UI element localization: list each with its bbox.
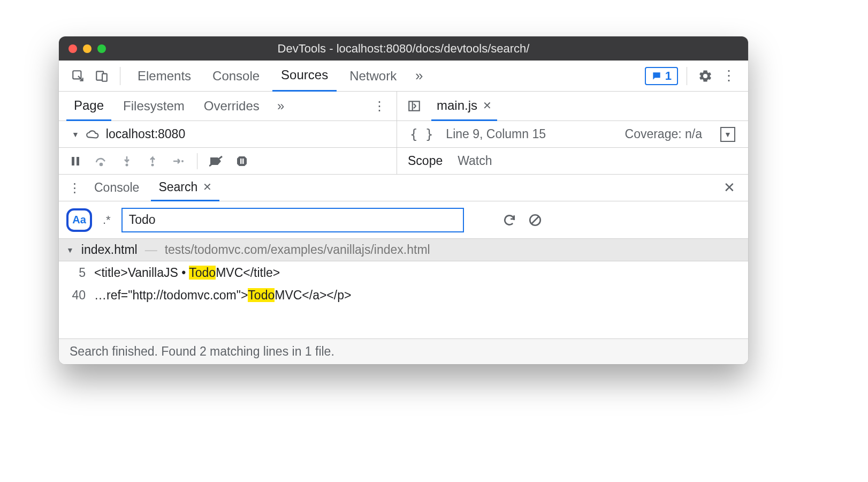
step-into-icon[interactable] — [120, 154, 134, 168]
subtab-filesystem[interactable]: Filesystem — [116, 92, 192, 121]
collapse-icon[interactable]: ▼ — [66, 246, 74, 254]
line-number: 40 — [66, 288, 86, 303]
editor-status-row: { } Line 9, Column 15 Coverage: n/a ▼ — [397, 121, 748, 147]
tree-expand-icon[interactable]: ▼ — [72, 130, 79, 139]
svg-rect-5 — [77, 157, 79, 165]
window-title: DevTools - localhost:8080/docs/devtools/… — [59, 42, 748, 56]
settings-icon[interactable] — [696, 66, 715, 86]
navigator-kebab-icon[interactable]: ⋮ — [370, 96, 389, 116]
inspect-element-icon[interactable] — [68, 66, 88, 86]
separator — [687, 67, 687, 85]
result-line[interactable]: 5 <title>VanillaJS • TodoMVC</title> — [59, 261, 748, 284]
chat-icon — [651, 71, 662, 81]
minimize-window-button[interactable] — [83, 44, 92, 53]
navigator-status-row: ▼ localhost:8080 { } Line 9, Column 15 C… — [59, 121, 748, 148]
result-file-name: index.html — [81, 243, 138, 257]
line-number: 5 — [66, 266, 86, 280]
svg-rect-4 — [72, 157, 74, 165]
tab-watch[interactable]: Watch — [458, 154, 492, 168]
close-drawer-icon[interactable]: ✕ — [718, 179, 741, 196]
deactivate-breakpoints-icon[interactable] — [209, 154, 223, 168]
status-bar: Search finished. Found 2 matching lines … — [59, 338, 748, 364]
more-tabs-icon[interactable]: » — [409, 66, 429, 86]
refresh-search-icon[interactable] — [500, 211, 519, 229]
result-line[interactable]: 40 …ref="http://todomvc.com">TodoMVC</a>… — [59, 284, 748, 306]
kebab-menu-icon[interactable]: ⋮ — [719, 66, 738, 86]
titlebar: DevTools - localhost:8080/docs/devtools/… — [59, 36, 748, 61]
tab-console[interactable]: Console — [204, 61, 268, 92]
drawer-tab-search-label: Search — [158, 180, 197, 194]
file-tree: ▼ localhost:8080 — [59, 121, 397, 147]
sidebar-tabs: Scope Watch — [397, 148, 748, 174]
editor-tabs: main.js ✕ — [397, 92, 748, 120]
close-file-icon[interactable]: ✕ — [483, 99, 492, 112]
sources-subheader: Page Filesystem Overrides » ⋮ main.js ✕ — [59, 92, 748, 121]
step-out-icon[interactable] — [146, 154, 159, 168]
line-code: <title>VanillaJS • TodoMVC</title> — [94, 266, 280, 280]
more-subtabs-icon[interactable]: » — [271, 96, 291, 116]
file-tab-main-js[interactable]: main.js ✕ — [431, 92, 497, 121]
result-file-header[interactable]: ▼ index.html — tests/todomvc.com/example… — [59, 239, 748, 261]
drawer-tab-search[interactable]: Search ✕ — [151, 175, 219, 201]
devtools-window: DevTools - localhost:8080/docs/devtools/… — [59, 36, 748, 364]
device-toolbar-icon[interactable] — [92, 66, 111, 86]
search-bar: Aa .* — [59, 201, 748, 239]
search-results: ▼ index.html — tests/todomvc.com/example… — [59, 239, 748, 306]
pause-icon[interactable] — [68, 154, 82, 168]
separator — [197, 153, 197, 169]
feedback-count: 1 — [665, 69, 672, 83]
feedback-badge[interactable]: 1 — [645, 67, 678, 85]
regex-button[interactable]: .* — [100, 213, 114, 227]
debugger-toolbar — [59, 148, 397, 174]
tab-scope[interactable]: Scope — [408, 154, 443, 168]
format-icon[interactable]: { } — [410, 127, 433, 142]
cursor-status: Line 9, Column 15 — [446, 127, 546, 141]
match-case-button[interactable]: Aa — [66, 208, 92, 232]
status-text: Search finished. Found 2 matching lines … — [70, 344, 334, 359]
debugger-row: Scope Watch — [59, 148, 748, 175]
svg-point-6 — [100, 163, 102, 165]
navigator-tabs: Page Filesystem Overrides » ⋮ — [59, 92, 397, 120]
svg-point-9 — [181, 160, 184, 162]
tab-elements[interactable]: Elements — [129, 61, 200, 92]
separator — [120, 67, 120, 85]
pause-on-exceptions-icon[interactable] — [235, 154, 249, 168]
cloud-icon — [86, 129, 100, 140]
window-controls — [68, 44, 106, 53]
clear-search-icon[interactable] — [526, 211, 544, 229]
dropdown-icon[interactable]: ▼ — [720, 127, 735, 142]
drawer-tab-console[interactable]: Console — [87, 175, 147, 201]
result-file-path: tests/todomvc.com/examples/vanillajs/ind… — [165, 243, 430, 257]
file-tab-label: main.js — [437, 98, 477, 113]
search-input[interactable] — [121, 208, 464, 232]
toggle-navigator-icon[interactable] — [405, 96, 424, 116]
svg-rect-11 — [240, 159, 242, 164]
coverage-status: Coverage: n/a — [625, 127, 702, 141]
maximize-window-button[interactable] — [97, 44, 106, 53]
svg-point-7 — [126, 163, 128, 166]
subtab-page[interactable]: Page — [66, 92, 111, 121]
step-icon[interactable] — [171, 154, 185, 168]
close-window-button[interactable] — [68, 44, 77, 53]
drawer-tab-strip: ⋮ Console Search ✕ ✕ — [59, 175, 748, 201]
svg-rect-12 — [242, 159, 244, 164]
step-over-icon[interactable] — [94, 154, 108, 168]
drawer-kebab-icon[interactable]: ⋮ — [66, 180, 82, 195]
close-search-tab-icon[interactable]: ✕ — [203, 180, 212, 193]
subtab-overrides[interactable]: Overrides — [196, 92, 267, 121]
line-code: …ref="http://todomvc.com">TodoMVC</a></p… — [94, 288, 351, 303]
tab-network[interactable]: Network — [341, 61, 405, 92]
main-tab-strip: Elements Console Sources Network » 1 ⋮ — [59, 61, 748, 92]
svg-rect-2 — [102, 73, 107, 81]
tree-host-label[interactable]: localhost:8080 — [106, 127, 185, 141]
svg-point-8 — [151, 163, 154, 166]
svg-rect-3 — [409, 101, 420, 110]
svg-line-14 — [531, 216, 538, 223]
tab-sources[interactable]: Sources — [272, 61, 337, 92]
